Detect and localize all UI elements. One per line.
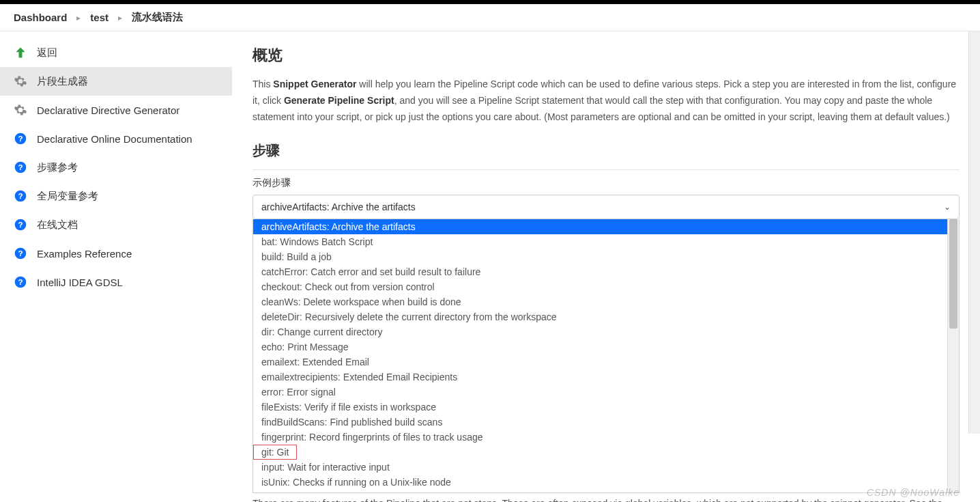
sidebar-item-online-docs2[interactable]: ? 在线文档 <box>0 210 232 239</box>
select-option[interactable]: isUnix: Checks if running on a Unix-like… <box>253 475 947 490</box>
select-option[interactable]: input: Wait for interactive input <box>253 460 947 475</box>
sidebar-item-snippet-generator[interactable]: 片段生成器 <box>0 67 232 96</box>
select-option[interactable]: git: Git <box>253 445 297 460</box>
divider <box>253 169 960 170</box>
select-option[interactable]: dir: Change current directory <box>253 324 947 339</box>
svg-text:?: ? <box>18 191 23 200</box>
watermark: CSDN @NooWalke <box>867 487 960 498</box>
help-icon: ? <box>14 132 27 145</box>
gear-icon <box>14 103 27 117</box>
sidebar-item-label: 步骤参考 <box>37 161 78 174</box>
steps-heading: 步骤 <box>253 141 960 160</box>
breadcrumb: Dashboard ▸ test ▸ 流水线语法 <box>0 4 980 31</box>
gear-icon <box>14 74 27 88</box>
help-icon: ? <box>14 247 27 260</box>
sample-step-select[interactable]: archiveArtifacts: Archive the artifacts … <box>253 195 960 219</box>
chevron-right-icon: ▸ <box>76 13 81 23</box>
sample-step-label: 示例步骤 <box>253 177 960 189</box>
sidebar-item-label: Examples Reference <box>37 248 132 260</box>
svg-text:?: ? <box>18 249 23 257</box>
chevron-right-icon: ▸ <box>118 13 122 23</box>
sidebar-item-label: 在线文档 <box>37 219 78 232</box>
svg-text:?: ? <box>18 163 23 171</box>
select-option[interactable]: error: Error signal <box>253 385 947 400</box>
select-option[interactable]: junit: Archive JUnit-formatted test resu… <box>253 490 947 492</box>
sidebar-item-label: 片段生成器 <box>37 75 88 88</box>
main-content: 概览 This Snippet Generator will help you … <box>232 31 980 502</box>
select-option[interactable]: bat: Windows Batch Script <box>253 234 947 249</box>
select-value: archiveArtifacts: Archive the artifacts <box>261 201 416 212</box>
sidebar-item-step-ref[interactable]: ? 步骤参考 <box>0 153 232 182</box>
sidebar-item-label: 全局变量参考 <box>37 190 98 203</box>
sidebar-item-label: Declarative Directive Generator <box>37 104 179 116</box>
select-option[interactable]: fileExists: Verify if file exists in wor… <box>253 400 947 415</box>
breadcrumb-item-test[interactable]: test <box>90 12 109 23</box>
select-option[interactable]: cleanWs: Delete workspace when build is … <box>253 294 947 309</box>
breadcrumb-item-dashboard[interactable]: Dashboard <box>14 12 67 23</box>
breadcrumb-item-syntax[interactable]: 流水线语法 <box>132 11 183 24</box>
sidebar-item-global-var[interactable]: ? 全局变量参考 <box>0 182 232 210</box>
listbox-scrollbar[interactable] <box>947 219 959 492</box>
sidebar-item-label: IntelliJ IDEA GDSL <box>37 277 123 288</box>
sidebar-item-label: 返回 <box>37 46 57 59</box>
sidebar-item-directive-generator[interactable]: Declarative Directive Generator <box>0 96 232 124</box>
svg-text:?: ? <box>18 134 23 143</box>
svg-text:?: ? <box>18 277 23 286</box>
footnote: There are many features of the Pipeline … <box>253 496 960 502</box>
help-icon: ? <box>14 189 27 203</box>
overview-description: This Snippet Generator will help you lea… <box>253 76 960 125</box>
arrow-up-icon <box>14 46 27 59</box>
select-option[interactable]: emailext: Extended Email <box>253 354 947 369</box>
help-icon: ? <box>14 161 27 174</box>
sidebar-item-examples[interactable]: ? Examples Reference <box>0 239 232 268</box>
sidebar-item-intellij[interactable]: ? IntelliJ IDEA GDSL <box>0 268 232 296</box>
select-option[interactable]: deleteDir: Recursively delete the curren… <box>253 309 947 324</box>
select-option[interactable]: checkout: Check out from version control <box>253 279 947 294</box>
select-option[interactable]: findBuildScans: Find published build sca… <box>253 415 947 430</box>
sidebar: 返回 片段生成器 Declarative Directive Generator… <box>0 31 232 502</box>
select-dropdown: archiveArtifacts: Archive the artifactsb… <box>253 219 960 493</box>
select-options-list[interactable]: archiveArtifacts: Archive the artifactsb… <box>253 219 947 492</box>
chevron-down-icon: ⌄ <box>944 202 951 212</box>
scrollbar-thumb[interactable] <box>949 219 957 329</box>
select-option[interactable]: fingerprint: Record fingerprints of file… <box>253 430 947 445</box>
select-option[interactable]: emailextrecipients: Extended Email Recip… <box>253 369 947 385</box>
select-option[interactable]: build: Build a job <box>253 249 947 264</box>
svg-text:?: ? <box>18 220 23 229</box>
select-option[interactable]: archiveArtifacts: Archive the artifacts <box>253 219 947 234</box>
sidebar-item-back[interactable]: 返回 <box>0 38 232 67</box>
sidebar-item-online-docs[interactable]: ? Declarative Online Documentation <box>0 124 232 153</box>
help-icon: ? <box>14 275 27 289</box>
page-scrollbar[interactable] <box>968 31 980 434</box>
overview-heading: 概览 <box>253 45 960 66</box>
sidebar-item-label: Declarative Online Documentation <box>37 133 192 145</box>
select-option[interactable]: echo: Print Message <box>253 339 947 354</box>
help-icon: ? <box>14 218 27 232</box>
select-option[interactable]: catchError: Catch error and set build re… <box>253 264 947 279</box>
